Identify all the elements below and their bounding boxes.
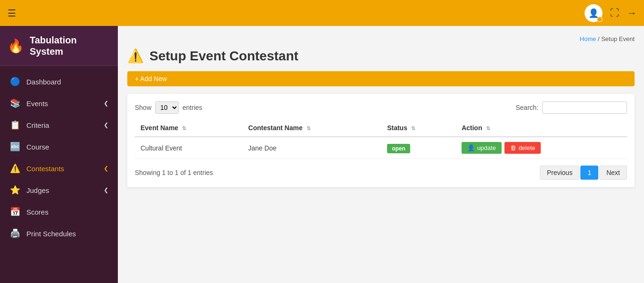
main-layout: 🔥 TabulationSystem 🔵 Dashboard 📚 Events …	[0, 26, 644, 283]
page-title: Setup Event Contestant	[149, 49, 298, 64]
course-icon: 🔤	[9, 142, 21, 152]
breadcrumb-separator: /	[598, 35, 600, 42]
top-header: ☰ 👤 ⛶ →	[0, 0, 644, 26]
sidebar-item-label: Scores	[26, 208, 49, 216]
breadcrumb-current: Setup Event	[601, 35, 635, 42]
criteria-icon: 📋	[9, 120, 21, 130]
update-button[interactable]: 👤 update	[462, 142, 502, 154]
col-event-name: Event Name ⇅	[135, 119, 243, 137]
avatar-badge	[597, 17, 603, 22]
sidebar-item-criteria[interactable]: 📋 Criteria ❮	[0, 114, 118, 136]
table-row: Cultural Event Jane Doe open 👤 update	[135, 137, 627, 159]
sidebar-nav: 🔵 Dashboard 📚 Events ❮ 📋 Criteria ❮ 🔤 Co…	[0, 66, 118, 249]
sidebar-item-judges[interactable]: ⭐ Judges ❮	[0, 179, 118, 201]
chevron-down-icon: ❮	[104, 100, 108, 107]
pagination-buttons: Previous 1 Next	[540, 166, 627, 180]
chevron-down-icon: ❮	[104, 165, 108, 172]
show-label: Show	[135, 104, 151, 111]
search-row: Search:	[516, 101, 627, 114]
judges-icon: ⭐	[9, 185, 21, 195]
content-area: Home / Setup Event ⚠️ Setup Event Contes…	[118, 26, 644, 283]
previous-button[interactable]: Previous	[540, 166, 579, 180]
action-buttons: 👤 update 🗑 delete	[462, 142, 621, 154]
logo-icon: 🔥	[8, 38, 24, 54]
sort-icon[interactable]: ⇅	[486, 125, 490, 131]
update-icon: 👤	[467, 144, 475, 151]
fullscreen-icon[interactable]: ⛶	[610, 8, 619, 18]
add-new-button[interactable]: + Add New	[127, 71, 635, 86]
sidebar-item-label: Criteria	[26, 121, 49, 129]
sidebar-item-label: Contestants	[26, 165, 64, 173]
page-title-row: ⚠️ Setup Event Contestant	[127, 48, 635, 64]
delete-button[interactable]: 🗑 delete	[504, 142, 541, 154]
sidebar-item-events[interactable]: 📚 Events ❮	[0, 92, 118, 114]
page-title-icon: ⚠️	[127, 48, 144, 64]
entries-label: entries	[182, 104, 202, 111]
entries-select[interactable]: 10 25 50	[155, 101, 179, 114]
trash-icon: 🗑	[510, 144, 516, 151]
sidebar-item-label: Dashboard	[26, 78, 61, 86]
header-right: 👤 ⛶ →	[585, 4, 636, 22]
col-action: Action ⇅	[456, 119, 627, 137]
sidebar-item-scores[interactable]: 📅 Scores	[0, 201, 118, 223]
cell-action: 👤 update 🗑 delete	[456, 137, 627, 159]
sidebar-item-course[interactable]: 🔤 Course	[0, 136, 118, 158]
breadcrumb: Home / Setup Event	[127, 35, 635, 42]
sort-icon[interactable]: ⇅	[182, 125, 186, 131]
table-controls: Show 10 25 50 entries Search:	[135, 101, 627, 114]
sidebar-item-label: Judges	[26, 186, 49, 194]
logo-text: TabulationSystem	[30, 34, 77, 57]
logout-icon[interactable]: →	[627, 8, 636, 18]
sidebar-item-label: Print Schedules	[26, 230, 76, 238]
dashboard-icon: 🔵	[9, 76, 21, 87]
page-1-button[interactable]: 1	[580, 166, 598, 180]
table-card: Show 10 25 50 entries Search:	[127, 94, 635, 187]
col-status: Status ⇅	[381, 119, 456, 137]
sidebar-item-label: Course	[26, 143, 49, 151]
search-input[interactable]	[542, 101, 627, 114]
sidebar-item-contestants[interactable]: ⚠️ Contestants ❮	[0, 158, 118, 179]
print-icon: 🖨️	[9, 228, 21, 239]
sidebar-item-label: Events	[26, 100, 48, 108]
pagination-row: Showing 1 to 1 of 1 entries Previous 1 N…	[135, 166, 627, 180]
data-table: Event Name ⇅ Contestant Name ⇅ Status ⇅	[135, 119, 627, 159]
show-entries-row: Show 10 25 50 entries	[135, 101, 202, 114]
chevron-down-icon: ❮	[104, 122, 108, 128]
cell-event-name: Cultural Event	[135, 137, 243, 159]
sidebar: 🔥 TabulationSystem 🔵 Dashboard 📚 Events …	[0, 26, 118, 283]
table-header-row: Event Name ⇅ Contestant Name ⇅ Status ⇅	[135, 119, 627, 137]
sidebar-item-print-schedules[interactable]: 🖨️ Print Schedules	[0, 223, 118, 244]
sidebar-item-dashboard[interactable]: 🔵 Dashboard	[0, 71, 118, 92]
sort-icon[interactable]: ⇅	[411, 125, 415, 131]
hamburger-icon[interactable]: ☰	[8, 8, 16, 19]
cell-contestant-name: Jane Doe	[243, 137, 382, 159]
chevron-down-icon: ❮	[104, 187, 108, 193]
sidebar-logo: 🔥 TabulationSystem	[0, 26, 118, 66]
breadcrumb-home[interactable]: Home	[580, 35, 596, 42]
col-contestant-name: Contestant Name ⇅	[243, 119, 382, 137]
search-label: Search:	[516, 104, 538, 111]
status-badge: open	[387, 144, 410, 153]
next-button[interactable]: Next	[599, 166, 627, 180]
scores-icon: 📅	[9, 207, 21, 217]
events-icon: 📚	[9, 98, 21, 108]
sort-icon[interactable]: ⇅	[306, 125, 311, 131]
contestants-icon: ⚠️	[9, 163, 21, 174]
showing-text: Showing 1 to 1 of 1 entries	[135, 169, 213, 176]
avatar[interactable]: 👤	[585, 4, 603, 22]
cell-status: open	[381, 137, 456, 159]
